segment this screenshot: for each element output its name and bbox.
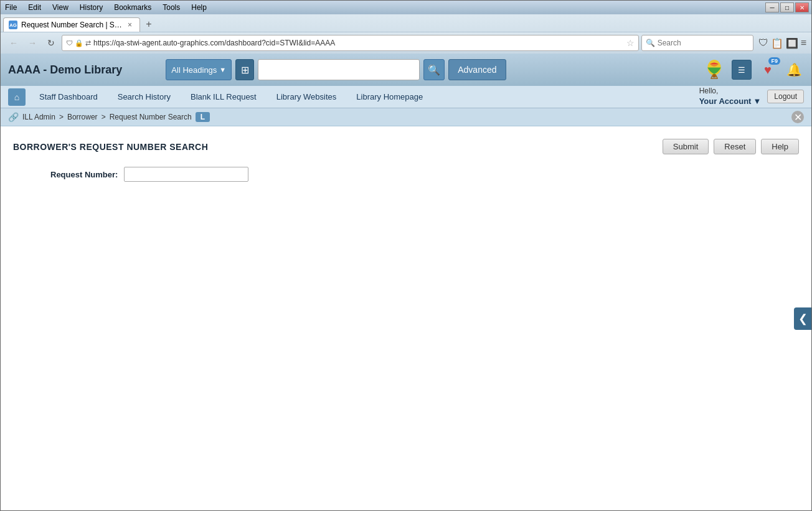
browser-nav-bar: ← → ↻ 🛡 🔒 ⇄ ☆ 🔍 🛡 📋 🔲 ≡ <box>1 32 811 54</box>
nav-library-websites[interactable]: Library Websites <box>267 87 347 106</box>
tab-title: Request Number Search | STW... <box>21 21 124 29</box>
chevron-down-icon: ▼ <box>753 96 761 107</box>
nav-search-history[interactable]: Search History <box>108 87 181 106</box>
page-title: BORROWER'S REQUEST NUMBER SEARCH <box>13 142 208 152</box>
tab-swap-icon: ⇄ <box>85 39 91 47</box>
synced-tabs-icon[interactable]: 🔲 <box>786 37 798 49</box>
address-input[interactable] <box>93 39 624 47</box>
chevron-down-icon: ▼ <box>219 66 226 73</box>
app-logo: AAAA - Demo Library <box>8 63 122 77</box>
breadcrumb-borrower[interactable]: Borrower <box>67 113 98 121</box>
main-content: BORROWER'S REQUEST NUMBER SEARCH Submit … <box>1 126 811 510</box>
menu-bar[interactable]: File Edit View History Bookmarks Tools H… <box>3 2 209 12</box>
tab-close-button[interactable]: × <box>128 21 132 29</box>
reset-button[interactable]: Reset <box>714 139 756 154</box>
nav-library-homepage[interactable]: Library Homepage <box>346 87 433 106</box>
menu-bookmarks[interactable]: Bookmarks <box>112 2 153 12</box>
search-section: All Headings ▼ ⊞ 🔍 Advanced <box>166 59 506 80</box>
new-tab-button[interactable]: + <box>141 17 156 32</box>
back-button[interactable]: ← <box>6 35 22 51</box>
page-actions: Submit Reset Help <box>663 139 799 154</box>
breadcrumb-bar: 🔗 ILL Admin > Borrower > Request Number … <box>1 108 811 126</box>
reader-icon[interactable]: 📋 <box>771 37 783 49</box>
nav-items: Staff Dashboard Search History Blank ILL… <box>29 87 433 106</box>
app-wrapper: AAAA - Demo Library All Headings ▼ ⊞ 🔍 A… <box>1 54 811 510</box>
lock-icon: 🔒 <box>75 39 83 47</box>
breadcrumb-sep2: > <box>102 113 106 121</box>
tab-favicon: AG <box>9 21 17 29</box>
collapse-panel-button[interactable]: ❮ <box>794 307 811 330</box>
database-icon[interactable]: ⊞ <box>235 59 254 80</box>
favorites-icon[interactable]: ♥ F9 <box>758 60 778 80</box>
advanced-button[interactable]: Advanced <box>448 59 506 80</box>
address-bar-wrap: 🛡 🔒 ⇄ ☆ <box>62 35 639 51</box>
security-icon: 🛡 <box>66 39 73 47</box>
balloon-icon[interactable] <box>703 59 725 81</box>
browser-search-bar: 🔍 <box>641 35 753 51</box>
menu-tools[interactable]: Tools <box>161 2 182 12</box>
heading-dropdown-text: All Headings <box>171 65 217 75</box>
breadcrumb-link-icon: 🔗 <box>8 112 19 122</box>
address-icons: 🛡 🔒 ⇄ <box>66 39 91 47</box>
breadcrumb-ill-admin[interactable]: ILL Admin <box>22 113 55 121</box>
window-controls[interactable]: ─ □ ✕ <box>765 2 809 12</box>
main-search-input[interactable] <box>258 59 420 80</box>
app-header: AAAA - Demo Library All Headings ▼ ⊞ 🔍 A… <box>1 54 811 86</box>
help-button[interactable]: Help <box>761 139 799 154</box>
active-tab[interactable]: AG Request Number Search | STW... × <box>3 17 140 32</box>
title-bar: File Edit View History Bookmarks Tools H… <box>1 1 811 14</box>
hello-text: Hello, Your Account ▼ <box>699 87 762 106</box>
request-number-input[interactable] <box>124 167 248 182</box>
breadcrumb-badge: L <box>196 112 210 122</box>
tab-bar: AG Request Number Search | STW... × + <box>1 14 811 32</box>
header-right: ☰ ♥ F9 🔔 <box>703 59 804 81</box>
list-icon[interactable]: ☰ <box>732 60 752 80</box>
menu-file[interactable]: File <box>3 2 19 12</box>
close-breadcrumb-button[interactable]: ✕ <box>791 111 804 123</box>
reload-button[interactable]: ↻ <box>43 35 59 51</box>
request-number-label: Request Number: <box>50 170 118 179</box>
breadcrumb-sep1: > <box>59 113 64 121</box>
account-dropdown[interactable]: Your Account ▼ <box>699 96 762 107</box>
pocket-icon[interactable]: 🛡 <box>758 37 768 49</box>
forward-button[interactable]: → <box>24 35 40 51</box>
home-button[interactable]: ⌂ <box>8 88 26 106</box>
logout-button[interactable]: Logout <box>767 90 804 103</box>
browser-chrome: AG Request Number Search | STW... × + ← … <box>1 14 811 54</box>
menu-edit[interactable]: Edit <box>26 2 43 12</box>
form-row: Request Number: <box>13 167 799 182</box>
search-magnifier-icon: 🔍 <box>428 64 440 76</box>
notifications-icon[interactable]: 🔔 <box>784 60 804 80</box>
browser-search-icon: 🔍 <box>646 39 655 47</box>
menu-view[interactable]: View <box>50 2 70 12</box>
app-nav: ⌂ Staff Dashboard Search History Blank I… <box>1 86 811 108</box>
heading-dropdown[interactable]: All Headings ▼ <box>166 59 232 80</box>
browser-extra-icons: 🛡 📋 🔲 ≡ <box>758 37 806 49</box>
menu-help[interactable]: Help <box>189 2 209 12</box>
minimize-button[interactable]: ─ <box>765 2 779 12</box>
breadcrumb-request-search[interactable]: Request Number Search <box>110 113 192 121</box>
close-button[interactable]: ✕ <box>795 2 809 12</box>
page-header-row: BORROWER'S REQUEST NUMBER SEARCH Submit … <box>13 139 799 154</box>
nav-blank-ill-request[interactable]: Blank ILL Request <box>181 87 267 106</box>
menu-icon[interactable]: ≡ <box>801 37 806 49</box>
menu-history[interactable]: History <box>78 2 105 12</box>
svg-rect-1 <box>712 74 715 77</box>
svg-line-2 <box>711 75 713 78</box>
favorites-badge: F9 <box>768 57 780 65</box>
chevron-left-icon: ❮ <box>798 312 808 326</box>
svg-line-3 <box>716 75 718 78</box>
search-button[interactable]: 🔍 <box>423 59 445 80</box>
bookmark-star[interactable]: ☆ <box>626 38 635 48</box>
browser-search-input[interactable] <box>658 39 751 47</box>
nav-staff-dashboard[interactable]: Staff Dashboard <box>29 87 108 106</box>
nav-right: Hello, Your Account ▼ Logout <box>699 87 804 106</box>
submit-button[interactable]: Submit <box>663 139 709 154</box>
maximize-button[interactable]: □ <box>780 2 794 12</box>
